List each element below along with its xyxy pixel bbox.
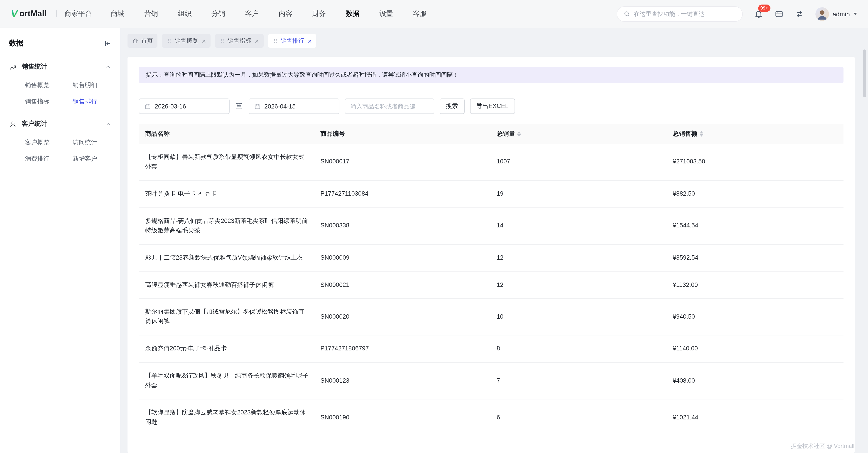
table-cell: SN000338: [315, 208, 491, 244]
topnav-right: 99+ admin: [617, 6, 857, 22]
table-cell: 余额充值200元-电子卡-礼品卡: [139, 335, 315, 363]
table-row: 茶叶兑换卡-电子卡-礼品卡P177427110308419¥882.50: [139, 180, 843, 208]
close-tab-icon[interactable]: ×: [202, 37, 206, 44]
topnav-item[interactable]: 分销: [212, 9, 225, 18]
sidebar-item[interactable]: 销售明细: [72, 77, 120, 93]
sidebar-item[interactable]: 销售概览: [25, 77, 72, 93]
scrollbar-thumb[interactable]: [863, 50, 866, 97]
topnav-item[interactable]: 设置: [379, 9, 393, 18]
chevron-down-icon: [854, 13, 857, 15]
alert-banner: 提示：查询的时间间隔上限默认为一月，如果数据量过大导致查询时间过久或者超时报错，…: [139, 67, 843, 83]
sort-icon[interactable]: [517, 131, 521, 137]
close-tab-icon[interactable]: ×: [308, 37, 312, 44]
tab-page[interactable]: 销售排行×: [268, 34, 316, 48]
table-cell: ¥882.50: [668, 180, 844, 208]
table-cell: ¥940.50: [668, 299, 844, 335]
sidebar-group-children: 客户概览访问统计消费排行新增客户: [0, 133, 120, 172]
table-cell: SN000017: [315, 144, 491, 180]
search-button[interactable]: 搜索: [439, 98, 464, 114]
notification-badge: 99+: [758, 4, 770, 11]
export-excel-button[interactable]: 导出EXCEL: [470, 98, 515, 114]
user-menu[interactable]: admin: [815, 7, 857, 21]
table-cell: 12: [491, 271, 668, 299]
chevron-up-icon: [105, 121, 111, 127]
topnav-item[interactable]: 数据: [346, 9, 359, 18]
chevron-up-icon: [105, 64, 111, 70]
topnav-item[interactable]: 内容: [279, 9, 292, 18]
username-label: admin: [833, 10, 850, 18]
collapse-sidebar-icon[interactable]: [104, 40, 111, 47]
table-cell: 1007: [491, 144, 668, 180]
date-from-input[interactable]: [155, 103, 224, 110]
notification-bell-icon[interactable]: 99+: [754, 9, 763, 19]
column-label: 商品名称: [145, 130, 170, 138]
tab-page[interactable]: 销售概览×: [162, 34, 211, 48]
sidebar-title: 数据: [9, 38, 24, 48]
sidebar-header: 数据: [0, 28, 120, 57]
watermark: 掘金技术社区 @ Vortmall: [791, 443, 855, 450]
content-card: 提示：查询的时间间隔上限默认为一月，如果数据量过大导致查询时间过久或者超时报错，…: [127, 57, 855, 453]
table-cell: ¥1544.54: [668, 208, 844, 244]
topnav-menu: 商城营销组织分销客户内容财务数据设置客服: [111, 9, 427, 18]
brand-logo[interactable]: V ortMall 丨 商家平台: [11, 8, 92, 20]
table-cell: 斯尔丽集团旗下瑟俪【加绒雪尼尔】冬保暖松紧图标装饰直筒休闲裤: [139, 299, 315, 335]
topnav-item[interactable]: 客户: [245, 9, 259, 18]
table-row: 多规格商品-赛八仙贡品芽尖2023新茶毛尖茶叶信阳绿茶明前特级嫩芽高端毛尖茶SN…: [139, 208, 843, 244]
vortmall-logo-icon: V: [11, 8, 18, 20]
sidebar-item[interactable]: 销售指标: [25, 93, 72, 110]
sidebar-group-label: 客户统计: [22, 120, 47, 128]
table-cell: SN000190: [315, 399, 491, 436]
global-search-input[interactable]: [634, 10, 736, 17]
switch-account-icon[interactable]: [795, 9, 804, 19]
column-label: 总销售额: [673, 130, 698, 138]
topnav-item[interactable]: 商城: [111, 9, 124, 18]
sidebar-group-header[interactable]: 销售统计: [0, 57, 120, 76]
calendar-icon: [254, 103, 261, 110]
date-from-picker[interactable]: [139, 98, 229, 114]
drag-handle-icon: [220, 38, 225, 43]
app-root: V ortMall 丨 商家平台 商城营销组织分销客户内容财务数据设置客服 99…: [0, 0, 868, 453]
table-cell: SN000020: [315, 299, 491, 335]
table-cell: 14: [491, 208, 668, 244]
date-to-picker[interactable]: [248, 98, 339, 114]
date-range-separator: 至: [236, 102, 242, 110]
close-tab-icon[interactable]: ×: [255, 37, 259, 44]
workbench-icon[interactable]: [775, 9, 784, 19]
topnav-item[interactable]: 客服: [413, 9, 427, 18]
global-search[interactable]: [617, 6, 743, 22]
tab-label: 销售概览: [175, 37, 198, 45]
column-header[interactable]: 总销售额: [668, 124, 844, 144]
filter-bar: 至 搜索 导出EXCEL: [139, 98, 843, 114]
sidebar-item[interactable]: 访问统计: [72, 134, 120, 151]
topnav-item[interactable]: 财务: [312, 9, 326, 18]
table-cell: SN000021: [315, 271, 491, 299]
table-row: 余额充值200元-电子卡-礼品卡P17742718067978¥1140.00: [139, 335, 843, 363]
tab-home[interactable]: 首页: [127, 34, 157, 48]
topnav-item[interactable]: 组织: [178, 9, 191, 18]
table-header: 商品名称商品编号总销量总销售额: [139, 124, 843, 144]
sidebar-item[interactable]: 新增客户: [72, 151, 120, 167]
table-cell: ¥1132.00: [668, 271, 844, 299]
date-to-input[interactable]: [264, 103, 334, 110]
topnav-item[interactable]: 营销: [144, 9, 158, 18]
drag-handle-icon: [166, 38, 172, 43]
table-cell: P1774271103084: [315, 180, 491, 208]
table-cell: 高腰显瘦垂感西装裤女春秋通勤百搭裤子休闲裤: [139, 271, 315, 299]
column-header: 商品编号: [315, 124, 491, 144]
sidebar-item[interactable]: 客户概览: [25, 134, 72, 151]
sort-icon[interactable]: [700, 131, 703, 137]
table-cell: 6: [491, 399, 668, 436]
table-cell: 7: [491, 362, 668, 399]
table-cell: 【专柜同款】春装新款气质系带显瘦翻领风衣女中长款女式外套: [139, 144, 315, 180]
column-header[interactable]: 总销量: [491, 124, 668, 144]
tab-page[interactable]: 销售指标×: [215, 34, 264, 48]
tab-label: 首页: [141, 37, 153, 45]
keyword-input[interactable]: [345, 98, 434, 114]
sidebar-group-header[interactable]: 客户统计: [0, 114, 120, 133]
column-label: 总销量: [497, 130, 515, 138]
sidebar-menu: 销售统计销售概览销售明细销售指标销售排行客户统计客户概览访问统计消费排行新增客户: [0, 57, 120, 172]
sidebar-item[interactable]: 销售排行: [72, 93, 120, 110]
sidebar-item[interactable]: 消费排行: [25, 151, 72, 167]
avatar: [815, 7, 829, 21]
table-cell: 【羊毛双面呢&行政风】秋冬男士纯商务长款保暖翻领毛呢子外套: [139, 362, 315, 399]
